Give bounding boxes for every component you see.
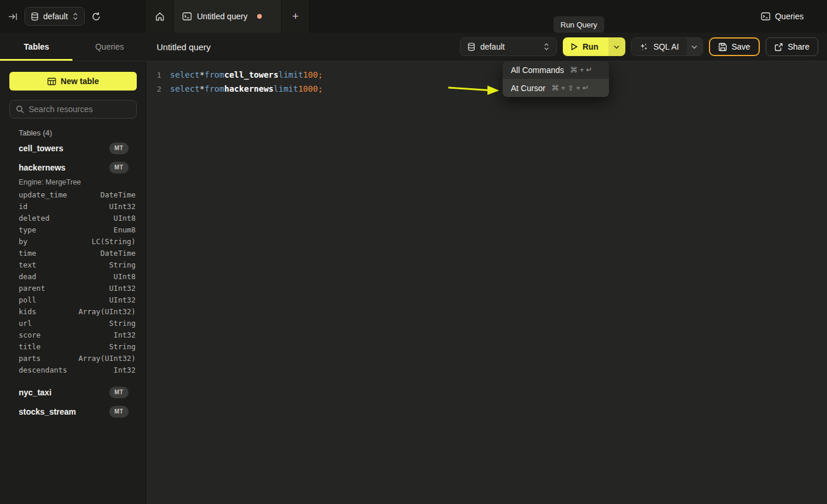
collapse-sidebar-button[interactable] <box>8 12 18 22</box>
tab-tables[interactable]: Tables <box>0 33 73 61</box>
tab-strip: Untitled query + Queries <box>146 0 827 33</box>
code-token: select <box>170 70 200 79</box>
table-name: cell_towers <box>19 144 63 153</box>
sidebar: New table Tables (4) cell_towers MT hack… <box>0 61 146 504</box>
column-type: String <box>109 260 136 269</box>
tables-section-label: Tables (4) <box>19 128 146 137</box>
column-name: descendants <box>19 366 67 374</box>
column-name: parent <box>19 284 45 293</box>
column-name: text <box>19 260 36 269</box>
database-selector-value: default <box>43 12 68 21</box>
table-grid-icon <box>47 78 56 85</box>
column-name: update_time <box>19 190 67 199</box>
database-selector[interactable]: default <box>25 7 85 26</box>
column-row: pollUInt32 <box>0 294 146 305</box>
new-tab-button[interactable]: + <box>282 0 310 33</box>
column-type: UInt32 <box>109 296 136 304</box>
refresh-button[interactable] <box>91 12 101 22</box>
column-row: typeEnum8 <box>0 224 146 235</box>
engine-badge: MT <box>109 162 129 173</box>
code-token: 100 <box>303 70 318 79</box>
active-tab-underline <box>0 59 72 61</box>
line-number: 1 <box>146 71 161 79</box>
search-input[interactable] <box>29 105 134 114</box>
table-row-nyc-taxi[interactable]: nyc_taxi MT <box>0 383 146 402</box>
table-row-stocks-stream[interactable]: stocks_stream MT <box>0 402 146 421</box>
run-button[interactable]: Run <box>563 37 608 56</box>
sidebar-header: default <box>0 0 146 33</box>
column-row: deadUInt8 <box>0 270 146 282</box>
column-row: partsArray(UInt32) <box>0 352 146 364</box>
column-type: Array(UInt32) <box>78 354 136 363</box>
tab-queries[interactable]: Queries <box>73 33 146 61</box>
query-database-selector[interactable]: default <box>460 37 557 56</box>
search-box <box>9 100 137 119</box>
run-button-label: Run <box>583 42 598 51</box>
code-line: 2select * from hackernews limit 1000; <box>146 82 827 96</box>
column-name: type <box>19 225 36 234</box>
code-token: * <box>200 70 205 79</box>
table-name: nyc_taxi <box>19 388 51 397</box>
column-type: Array(UInt32) <box>78 307 136 316</box>
save-button[interactable]: Save <box>709 37 760 56</box>
column-type: Enum8 <box>113 225 136 234</box>
tabstrip-filler <box>310 0 761 33</box>
tab-untitled-query[interactable]: Untitled query <box>174 0 282 33</box>
code-token: 1000 <box>298 84 318 93</box>
column-type: Int32 <box>113 366 136 374</box>
column-name: by <box>19 237 27 246</box>
share-button[interactable]: Share <box>766 37 818 56</box>
code-token: from <box>205 84 224 93</box>
code-token: limit <box>278 70 303 79</box>
column-list: update_timeDateTimeidUInt32deletedUInt8t… <box>0 189 146 376</box>
play-icon <box>570 43 578 51</box>
column-row: scoreInt32 <box>0 329 146 340</box>
tab-label: Untitled query <box>197 12 247 21</box>
menu-item-shortcut: ⌘ + ↵ <box>570 65 593 74</box>
new-table-button[interactable]: New table <box>9 72 137 91</box>
chevron-updown-icon <box>72 12 78 20</box>
column-type: DateTime <box>101 190 136 199</box>
column-row: descendantsInt32 <box>0 364 146 376</box>
column-type: UInt32 <box>109 284 136 293</box>
collapse-sidebar-icon <box>8 12 18 22</box>
terminal-icon <box>761 12 770 20</box>
column-type: String <box>109 342 136 351</box>
table-row-hackernews[interactable]: hackernews MT <box>0 158 146 177</box>
query-toolbar: Untitled query default <box>146 33 827 61</box>
code-token: hackernews <box>224 84 274 93</box>
save-button-label: Save <box>732 42 750 51</box>
menu-item-at-cursor[interactable]: At Cursor ⌘ + ⇧ + ↵ <box>503 79 609 97</box>
chevron-down-icon <box>614 45 620 49</box>
run-query-tooltip: Run Query <box>553 16 604 33</box>
run-options-button[interactable] <box>608 37 625 56</box>
column-type: LC(String) <box>92 237 136 246</box>
new-table-label: New table <box>61 77 99 86</box>
sql-ai-button[interactable]: SQL AI <box>632 38 687 55</box>
column-row: parentUInt32 <box>0 282 146 294</box>
main-area: New table Tables (4) cell_towers MT hack… <box>0 61 827 504</box>
column-name: id <box>19 202 27 211</box>
refresh-icon <box>91 12 101 22</box>
unsaved-dot <box>257 14 262 19</box>
line-number: 2 <box>146 85 161 93</box>
home-icon <box>155 12 165 22</box>
sql-ai-label: SQL AI <box>653 42 679 51</box>
column-type: String <box>109 319 136 328</box>
queries-button[interactable]: Queries <box>761 12 804 21</box>
share-button-label: Share <box>788 42 809 51</box>
sql-ai-options-button[interactable] <box>687 38 703 55</box>
column-row: kidsArray(UInt32) <box>0 305 146 317</box>
column-type: UInt8 <box>113 272 136 281</box>
toolbar-actions: default Run <box>460 37 818 56</box>
home-tab[interactable] <box>146 0 174 33</box>
table-row-cell-towers[interactable]: cell_towers MT <box>0 138 146 158</box>
column-type: DateTime <box>101 249 136 258</box>
column-row: deletedUInt8 <box>0 212 146 224</box>
query-title: Untitled query <box>157 42 211 52</box>
menu-item-all-commands[interactable]: All Commands ⌘ + ↵ <box>503 61 609 79</box>
sql-editor[interactable]: 1select * from cell_towers limit 100;2se… <box>146 61 827 504</box>
column-name: dead <box>19 272 36 281</box>
code-line: 1select * from cell_towers limit 100; <box>146 68 827 82</box>
column-name: kids <box>19 307 36 316</box>
